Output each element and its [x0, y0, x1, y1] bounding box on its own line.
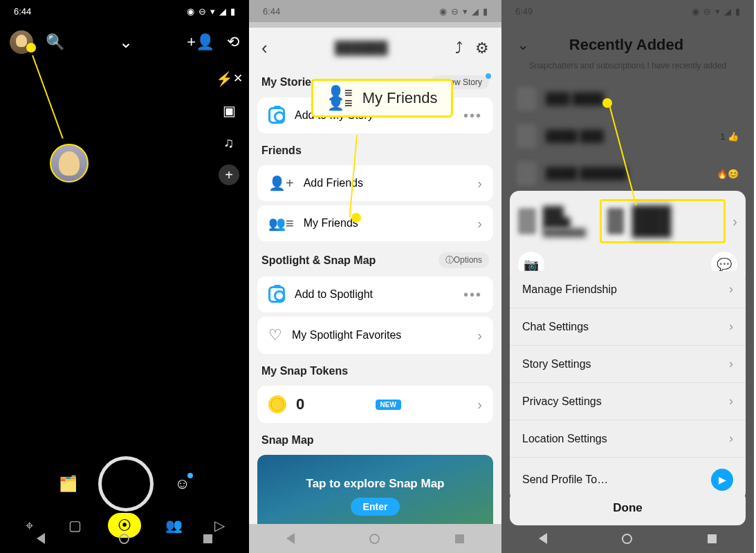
more-icon[interactable]: •••: [463, 287, 482, 303]
token-value: 0: [296, 395, 304, 413]
wifi-icon: ▾: [463, 6, 468, 17]
chevron-down-icon[interactable]: ⌄: [119, 32, 133, 52]
more-icon[interactable]: •••: [463, 108, 482, 124]
music-icon[interactable]: ♫: [219, 133, 239, 152]
nav-home[interactable]: [119, 534, 129, 544]
camera-rail: ⚡✕ ▣ ♫ +: [219, 69, 239, 185]
nav-recents[interactable]: [708, 534, 717, 543]
vibrate-icon: ◉: [187, 6, 194, 17]
snap-map-card[interactable]: Tap to explore Snap Map Enter: [257, 455, 493, 524]
nav-home[interactable]: [622, 534, 632, 544]
shutter-button[interactable]: [98, 456, 154, 512]
nav-recents[interactable]: [455, 534, 464, 543]
chevron-right-icon[interactable]: ›: [732, 214, 737, 229]
add-friends-row[interactable]: 👤+ Add Friends ›: [257, 165, 493, 201]
flash-icon[interactable]: ⚡✕: [219, 69, 239, 88]
profile-screen: 6:44 ◉ ⊖ ▾ ◢ ▮ ‹ ██████ ⤴ ⚙ My Stories +…: [249, 0, 501, 553]
chevron-right-icon: ›: [729, 357, 733, 371]
chevron-right-icon: ›: [477, 397, 482, 413]
dnd-icon: ⊖: [199, 6, 206, 17]
avatar: [517, 162, 536, 185]
friend-badge: 🔥😊: [717, 169, 739, 179]
share-icon[interactable]: ⤴: [455, 39, 463, 57]
camera-topbar: 🔍 ⌄ +👤 ⟲: [0, 22, 249, 62]
spotlight-favs-label: My Spotlight Favorites: [292, 329, 401, 341]
chevron-right-icon: ›: [477, 328, 482, 344]
chevron-right-icon: ›: [729, 319, 733, 334]
avatar: [607, 208, 624, 234]
gear-icon[interactable]: ⚙: [475, 39, 489, 57]
collapse-icon[interactable]: ⌄: [517, 36, 529, 54]
camera-icon: [268, 286, 285, 303]
nav-recents[interactable]: [203, 534, 212, 543]
annotation-line: [32, 55, 64, 139]
spotlight-favs-row[interactable]: ♡ My Spotlight Favorites ›: [257, 317, 493, 354]
enter-button[interactable]: Enter: [351, 498, 400, 516]
recently-added-screen: 6:49 ◉ ⊖ ▾ ◢ ▮ ⌄ Recently Added Snapchat…: [501, 0, 754, 553]
chevron-right-icon: ›: [477, 216, 482, 232]
status-icons: ◉ ⊖ ▾ ◢ ▮: [439, 6, 488, 17]
chevron-right-icon: ›: [729, 282, 733, 297]
add-friend-icon: 👤+: [268, 175, 294, 191]
video-icon[interactable]: ▣: [219, 101, 239, 120]
android-nav: [0, 524, 249, 553]
my-friends-callout: 👤≡👤≡ My Friends: [311, 79, 453, 118]
friend-row[interactable]: ████ ███ 1 👍: [501, 118, 754, 155]
friends-list-icon: 👥≡: [268, 215, 294, 232]
location-settings-row[interactable]: Location Settings ›: [510, 420, 746, 458]
done-button[interactable]: Done: [510, 491, 746, 525]
callout-name: ████ ████: [632, 205, 690, 237]
friend-name: ███ ████: [546, 93, 604, 105]
camera-icon: [268, 107, 285, 124]
mystories-header: My Stories: [261, 76, 317, 88]
tokens-row[interactable]: 0 NEW ›: [257, 386, 493, 423]
annotation-dot: [351, 213, 361, 223]
recently-added-header: ⌄ Recently Added: [501, 22, 754, 58]
profile-sub: ████████: [543, 228, 586, 236]
back-icon[interactable]: ‹: [261, 37, 268, 59]
map-text: Tap to explore Snap Map: [306, 477, 445, 491]
status-bar: 6:44 ◉ ⊖ ▾ ◢ ▮: [0, 0, 249, 22]
privacy-settings-row[interactable]: Privacy Settings ›: [510, 383, 746, 420]
dnd-icon: ⊖: [451, 6, 459, 17]
profile-name: ███ ████: [543, 206, 586, 228]
subtitle-text: Snapchatters and subscriptions I have re…: [501, 58, 754, 80]
avatar: [517, 87, 536, 111]
friend-settings-list: Manage Friendship › Chat Settings › Stor…: [510, 271, 746, 502]
callout-text: My Friends: [362, 89, 438, 107]
tokens-header: My Snap Tokens: [261, 365, 348, 377]
switch-camera-icon[interactable]: ⟲: [227, 33, 239, 51]
battery-icon: ▮: [230, 6, 235, 17]
friend-name: ████ ███: [546, 130, 604, 142]
snapmap-header: Snap Map: [261, 434, 314, 447]
new-badge: NEW: [376, 400, 401, 410]
gallery-icon[interactable]: 🗂️: [59, 475, 77, 493]
status-icons: ◉ ⊖ ▾ ◢ ▮: [187, 6, 235, 17]
chevron-right-icon: ›: [729, 431, 733, 446]
nav-home[interactable]: [369, 534, 380, 544]
page-title: Recently Added: [569, 36, 683, 54]
rail-add-icon[interactable]: +: [219, 165, 239, 185]
status-time: 6:44: [263, 6, 280, 17]
friend-row[interactable]: ███ ████: [501, 80, 754, 118]
add-spotlight-row[interactable]: Add to Spotlight •••: [257, 276, 493, 312]
nav-back[interactable]: [539, 533, 547, 544]
my-friends-row[interactable]: 👥≡ My Friends ›: [257, 205, 493, 241]
signal-icon: ◢: [219, 6, 226, 17]
status-time: 6:44: [14, 6, 31, 17]
story-settings-row[interactable]: Story Settings ›: [510, 346, 746, 383]
vibrate-icon: ◉: [439, 6, 447, 17]
add-friend-icon[interactable]: +👤: [187, 33, 214, 51]
my-friends-label: My Friends: [304, 217, 358, 229]
heart-icon: ♡: [268, 326, 282, 344]
search-icon[interactable]: 🔍: [46, 33, 64, 51]
chat-settings-row[interactable]: Chat Settings ›: [510, 308, 746, 346]
avatar: [518, 208, 536, 234]
options-button[interactable]: ⓘOptions: [439, 252, 489, 268]
nav-back[interactable]: [286, 533, 295, 544]
lens-icon[interactable]: ☺: [174, 475, 190, 493]
avatar: [517, 124, 536, 148]
manage-friendship-row[interactable]: Manage Friendship ›: [510, 271, 746, 308]
nav-back[interactable]: [37, 533, 45, 544]
wifi-icon: ▾: [210, 6, 215, 17]
